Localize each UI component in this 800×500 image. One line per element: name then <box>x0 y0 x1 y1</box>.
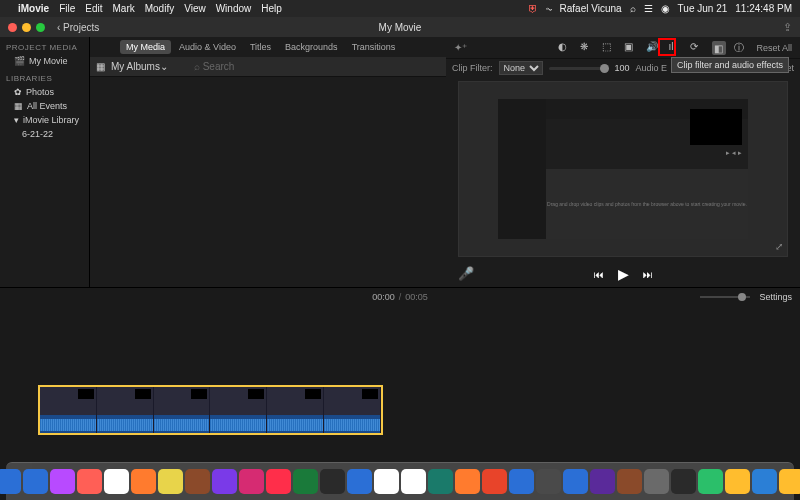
dock-app-icon[interactable] <box>536 469 561 494</box>
tab-my-media[interactable]: My Media <box>120 40 171 54</box>
color-correction-icon[interactable]: ❋ <box>580 41 594 55</box>
clip-segment[interactable] <box>40 387 97 433</box>
projects-back-button[interactable]: ‹ Projects <box>57 22 99 33</box>
menu-mark[interactable]: Mark <box>112 3 134 14</box>
menu-view[interactable]: View <box>184 3 206 14</box>
user-name[interactable]: Rafael Vicuna <box>560 3 622 14</box>
dock-app-icon[interactable] <box>347 469 372 494</box>
crop-icon[interactable]: ⬚ <box>602 41 616 55</box>
playback-controls: ⏮ ▶ ⏭ <box>446 261 800 287</box>
clip-segment[interactable] <box>267 387 324 433</box>
tab-backgrounds[interactable]: Backgrounds <box>279 40 344 54</box>
play-button[interactable]: ▶ <box>618 266 629 282</box>
fullscreen-preview-icon[interactable]: ⤢ <box>775 241 783 252</box>
sidebar-item-my-movie[interactable]: 🎬My Movie <box>0 54 89 68</box>
dock-app-icon[interactable] <box>671 469 696 494</box>
shield-icon[interactable]: ⛨ <box>528 3 538 14</box>
clip-segment[interactable] <box>210 387 267 433</box>
dock-app-icon[interactable] <box>320 469 345 494</box>
tab-transitions[interactable]: Transitions <box>346 40 402 54</box>
dock-app-icon[interactable] <box>401 469 426 494</box>
dock-app-icon[interactable] <box>644 469 669 494</box>
sidebar-item-event-date[interactable]: 6-21-22 <box>0 127 89 141</box>
sidebar-item-imovie-library[interactable]: ▾iMovie Library <box>0 113 89 127</box>
albums-dropdown[interactable]: My Albums ⌄ <box>111 61 168 72</box>
dock-app-icon[interactable] <box>563 469 588 494</box>
selected-clip[interactable] <box>38 385 383 435</box>
filter-amount-slider[interactable] <box>549 67 609 70</box>
section-project-media: PROJECT MEDIA <box>0 37 89 54</box>
macos-menubar: iMovie File Edit Mark Modify View Window… <box>0 0 800 17</box>
info-icon[interactable]: ⓘ <box>734 41 748 55</box>
next-button[interactable]: ⏭ <box>643 269 653 280</box>
wifi-icon[interactable]: ⏦ <box>546 3 552 14</box>
dock-app-icon[interactable] <box>239 469 264 494</box>
magic-wand-icon[interactable]: ✦⁺ <box>454 42 467 53</box>
tab-audio-video[interactable]: Audio & Video <box>173 40 242 54</box>
search-icon[interactable]: ⌕ <box>630 3 636 14</box>
speed-icon[interactable]: ⟳ <box>690 41 704 55</box>
fullscreen-window-button[interactable] <box>36 23 45 32</box>
dock-app-icon[interactable] <box>158 469 183 494</box>
close-window-button[interactable] <box>8 23 17 32</box>
volume-icon[interactable]: 🔊 <box>646 41 660 55</box>
stabilization-icon[interactable]: ▣ <box>624 41 638 55</box>
dock-app-icon[interactable] <box>374 469 399 494</box>
microphone-icon[interactable]: 🎤 <box>458 266 474 281</box>
menubar-date[interactable]: Tue Jun 21 <box>678 3 728 14</box>
browser-content-empty <box>90 77 446 287</box>
dock-app-icon[interactable] <box>482 469 507 494</box>
noise-reduction-icon[interactable]: ılı <box>668 41 682 55</box>
dock-app-icon[interactable] <box>752 469 777 494</box>
menu-edit[interactable]: Edit <box>85 3 102 14</box>
menu-modify[interactable]: Modify <box>145 3 174 14</box>
grid-icon[interactable]: ▦ <box>96 61 105 72</box>
dock-app-icon[interactable] <box>698 469 723 494</box>
dock-app-icon[interactable] <box>266 469 291 494</box>
preview-panel: ✦⁺ ◐ ❋ ⬚ ▣ 🔊 ılı ⟳ ◧ ⓘ Reset All Clip fi… <box>446 37 800 287</box>
dock-app-icon[interactable] <box>509 469 534 494</box>
dock-app-icon[interactable] <box>617 469 642 494</box>
dock-app-icon[interactable] <box>131 469 156 494</box>
zoom-slider[interactable] <box>700 296 750 298</box>
clip-filter-audio-effects-icon[interactable]: ◧ <box>712 41 726 55</box>
dock-app-icon[interactable] <box>104 469 129 494</box>
dock-app-icon[interactable] <box>23 469 48 494</box>
clip-segment[interactable] <box>324 387 381 433</box>
minimize-window-button[interactable] <box>22 23 31 32</box>
menu-window[interactable]: Window <box>216 3 252 14</box>
menubar-time[interactable]: 11:24:48 PM <box>735 3 792 14</box>
dock-app-icon[interactable] <box>212 469 237 494</box>
video-preview[interactable]: ▸ ◂ ▸ Drag and drop video clips and phot… <box>458 81 788 257</box>
browser-tabs: My Media Audio & Video Titles Background… <box>90 37 446 57</box>
siri-icon[interactable]: ◉ <box>661 3 670 14</box>
dock-app-icon[interactable] <box>779 469 800 494</box>
dock-app-icon[interactable] <box>428 469 453 494</box>
dock-app-icon[interactable] <box>185 469 210 494</box>
share-icon[interactable]: ⇪ <box>783 21 792 34</box>
dock-app-icon[interactable] <box>77 469 102 494</box>
clip-segment[interactable] <box>154 387 211 433</box>
control-center-icon[interactable]: ☰ <box>644 3 653 14</box>
dock-app-icon[interactable] <box>725 469 750 494</box>
sidebar-item-all-events[interactable]: ▦All Events <box>0 99 89 113</box>
menu-file[interactable]: File <box>59 3 75 14</box>
prev-button[interactable]: ⏮ <box>594 269 604 280</box>
sidebar-item-photos[interactable]: ✿Photos <box>0 85 89 99</box>
dock-app-icon[interactable] <box>50 469 75 494</box>
timeline-settings-button[interactable]: Settings <box>759 292 792 302</box>
clip-filter-select[interactable]: None <box>499 61 543 75</box>
reset-all-button[interactable]: Reset All <box>756 43 792 53</box>
window-title: My Movie <box>379 22 422 33</box>
menu-help[interactable]: Help <box>261 3 282 14</box>
app-menu[interactable]: iMovie <box>18 3 49 14</box>
browser-search-input[interactable]: ⌕ Search <box>194 61 440 72</box>
dock-app-icon[interactable] <box>0 469 21 494</box>
dock-app-icon[interactable] <box>590 469 615 494</box>
dock-app-icon[interactable] <box>455 469 480 494</box>
clip-segment[interactable] <box>97 387 154 433</box>
timeline[interactable]: ♫ <box>0 305 800 482</box>
dock-app-icon[interactable] <box>293 469 318 494</box>
tab-titles[interactable]: Titles <box>244 40 277 54</box>
color-balance-icon[interactable]: ◐ <box>558 41 572 55</box>
